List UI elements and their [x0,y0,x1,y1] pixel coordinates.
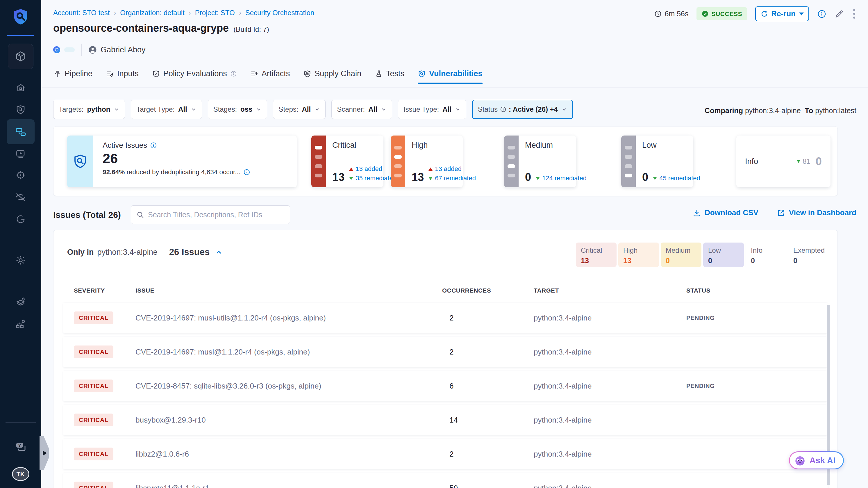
sto-module-badge-icon [53,46,60,53]
issues-panel: Only in python:3.4-alpine 26 Issues Crit… [53,230,838,488]
chip-info[interactable]: Info0 [746,243,786,267]
sidebar-item-project-setup[interactable] [7,292,35,312]
info-icon[interactable] [243,169,250,176]
more-options-menu[interactable] [852,8,856,20]
filter-stages[interactable]: Stages:oss [208,100,268,119]
filter-status[interactable]: Status : Active (26) +4 [472,100,573,119]
page-title: opensource-containers-aqua-grype [53,22,229,34]
sidebar-item-settings[interactable] [7,250,35,271]
info-icon[interactable] [150,142,157,149]
severity-filter-chips: Critical13 High13 Medium0 Low0 Info0 Exe… [576,243,829,267]
tab-supply-chain[interactable]: Supply Chain [303,69,361,84]
breadcrumb-organization[interactable]: Organization: default [120,9,184,17]
high-remediated[interactable]: 67 remediated [429,175,476,182]
issue-cell: CVE-2019-14697: musl@1.1.20-r4 (os-pkgs,… [135,347,310,357]
filter-issue-type[interactable]: Issue Type:All [398,100,466,119]
sidebar-item-getting-started[interactable] [7,209,35,230]
table-row[interactable]: CRITICAL CVE-2019-8457: sqlite-libs@3.26… [63,371,828,401]
info-card[interactable]: Info 81 0 [736,135,831,187]
sidebar-item-executions[interactable] [7,143,35,164]
home-icon [16,83,26,93]
info-icon [230,70,237,77]
severity-badge: CRITICAL [74,379,113,392]
medium-remediated[interactable]: 124 remediated [536,175,587,182]
sidebar-item-exemptions[interactable] [7,187,35,208]
tab-inputs[interactable]: Inputs [106,69,139,84]
triangle-down-icon [797,160,800,163]
sidebar-item-pipelines-active[interactable] [7,119,35,144]
triangle-down-icon [429,177,433,180]
sidebar-item-help[interactable]: ? [7,436,35,457]
filter-scanner[interactable]: Scanner:All [331,100,392,119]
filter-steps[interactable]: Steps:All [273,100,326,119]
harness-sto-logo[interactable] [11,7,30,27]
sidebar-item-home[interactable] [7,78,35,98]
critical-remediated[interactable]: 35 remediated [349,175,397,182]
search-input[interactable] [148,211,285,219]
tab-vulnerabilities[interactable]: Vulnerabilities [418,69,483,84]
table-row[interactable]: CRITICAL CVE-2019-14697: musl-utils@1.1.… [63,303,828,333]
triangle-down-icon [349,177,353,180]
chip-medium[interactable]: Medium0 [661,243,702,267]
filter-targets[interactable]: Targets:python [53,100,125,119]
triangle-up-icon [429,167,433,171]
low-card[interactable]: Low 0 45 remediated [621,135,693,187]
tab-policy-evaluations[interactable]: Policy Evaluations [152,69,237,84]
eye-off-icon [15,192,26,203]
policy-shield-icon [152,70,160,78]
download-csv-link[interactable]: Download CSV [693,208,758,217]
active-issues-card[interactable]: Active Issues 26 92.64% reduced by dedup… [67,135,297,187]
medium-card[interactable]: Medium 0 124 remediated [504,135,576,187]
sidebar-item-targets[interactable] [7,164,35,186]
chevron-down-icon [561,106,567,112]
module-selector-button[interactable] [8,43,33,69]
severity-badge: CRITICAL [74,448,113,460]
info-icon[interactable] [817,9,827,19]
issue-cell: CVE-2019-8457: sqlite-libs@3.26.0-r3 (os… [135,382,321,391]
critical-card[interactable]: Critical 13 13 added 35 remediated [311,135,383,187]
high-card[interactable]: High 13 13 added 67 remediated [391,135,463,187]
issue-cell: CVE-2019-14697: musl-utils@1.1.20-r4 (os… [135,313,326,323]
triangle-down-icon [653,177,657,180]
user-avatar[interactable]: TK [12,467,29,481]
col-issue: ISSUE [135,287,154,294]
active-issues-title: Active Issues [103,141,297,150]
breadcrumb-module[interactable]: Security Orchestration [245,9,314,17]
ask-ai-button[interactable]: Ask AI [789,451,844,469]
table-row[interactable]: CRITICAL CVE-2019-14697: musl@1.1.20-r4 … [63,337,828,367]
target-cell: python:3.4-alpine [534,416,592,425]
filter-target-type[interactable]: Target Type:All [131,100,202,119]
chip-high[interactable]: High13 [618,243,659,267]
chevron-down-icon [191,106,196,112]
low-remediated[interactable]: 45 remediated [653,175,700,182]
issues-search[interactable] [131,205,290,224]
chip-low[interactable]: Low0 [703,243,744,267]
issues-actions: Download CSV View in Dashboard [693,208,856,217]
check-circle-icon [702,10,709,18]
table-row[interactable]: CRITICAL libcrypto11@1.1.1a-r1 50 python… [63,473,828,488]
chevron-up-icon[interactable] [215,248,223,256]
table-row[interactable]: CRITICAL libbz2@1.0.6-r6 2 python:3.4-al… [63,439,828,469]
tabs-bottom-border [41,88,868,88]
high-added[interactable]: 13 added [429,165,476,173]
tab-pipeline[interactable]: Pipeline [53,69,92,84]
view-in-dashboard-link[interactable]: View in Dashboard [777,208,856,217]
severity-badge: CRITICAL [74,482,113,488]
breadcrumb-account[interactable]: Account: STO test [53,9,110,17]
table-row[interactable]: CRITICAL busybox@1.29.3-r10 14 python:3.… [63,405,828,435]
chip-critical[interactable]: Critical13 [576,243,617,267]
tab-tests[interactable]: Tests [375,69,404,84]
svg-text:?: ? [18,443,21,448]
tab-artifacts[interactable]: Artifacts [250,69,290,84]
org-chart-gear-icon [15,318,26,330]
chevron-down-icon [314,106,320,112]
sidebar-item-security-tests[interactable] [7,99,35,120]
breadcrumb-project[interactable]: Project: STO [195,9,235,17]
rerun-button[interactable]: Re-run [755,6,809,21]
filters-row: Targets:python Target Type:All Stages:os… [53,100,573,119]
edit-pencil-icon[interactable] [835,9,844,19]
critical-added[interactable]: 13 added [349,165,397,173]
sidebar-item-org-setup[interactable] [7,313,35,334]
issues-group-header[interactable]: Only in python:3.4-alpine 26 Issues [67,247,223,257]
chip-exempted[interactable]: Exempted0 [788,243,829,267]
